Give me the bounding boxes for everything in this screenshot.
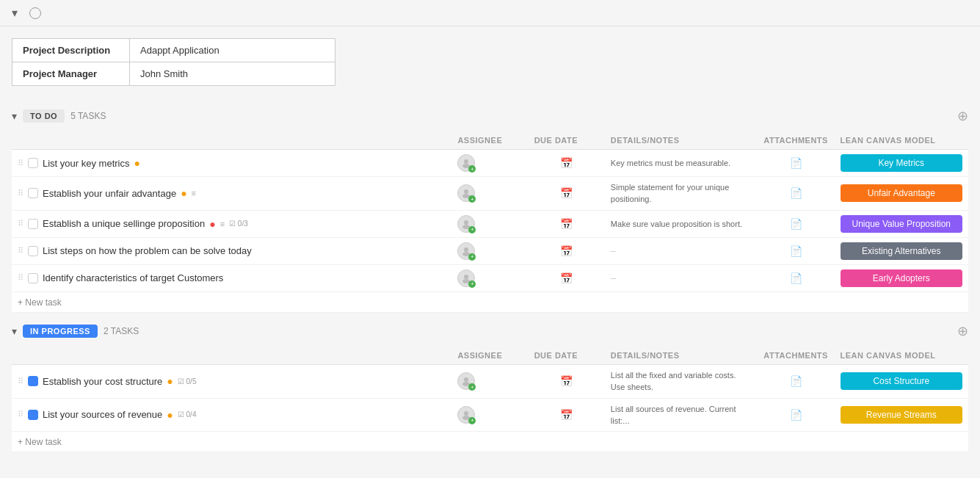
assignee-col-header: ASSIGNEE — [451, 131, 528, 150]
details-text: Make sure value proposition is short. — [611, 220, 742, 228]
task-checkbox[interactable] — [28, 410, 38, 420]
canvas-tag: Cost Structure — [841, 372, 962, 390]
attachments-cell[interactable]: 📄 — [758, 210, 834, 237]
tasks-table-todo: ASSIGNEEDUE DATEDETAILS/NOTESATTACHMENTS… — [12, 131, 968, 313]
task-checkbox[interactable] — [28, 219, 38, 229]
add-section-button-inprogress[interactable]: ⊕ — [957, 323, 968, 339]
drag-handle[interactable]: ⠿ — [18, 377, 23, 386]
due-date-cell[interactable]: 📅 — [529, 150, 605, 177]
assignee-cell[interactable]: + — [451, 264, 528, 291]
subtask-icon: ☑ 0/4 — [178, 410, 197, 419]
collapse-button[interactable]: ▾ — [12, 6, 18, 20]
due-date-cell[interactable]: 📅 — [529, 237, 605, 264]
attachments-cell[interactable]: 📄 — [758, 177, 834, 211]
task-checkbox[interactable] — [28, 246, 38, 256]
avatar[interactable]: + — [457, 242, 475, 260]
add-assignee-icon[interactable]: + — [468, 383, 476, 391]
add-assignee-icon[interactable]: + — [468, 195, 476, 203]
add-assignee-icon[interactable]: + — [468, 417, 476, 424]
top-bar-left: ▾ — [12, 6, 56, 20]
calendar-icon[interactable]: 📅 — [560, 245, 573, 257]
calendar-icon[interactable]: 📅 — [560, 187, 573, 199]
drag-handle[interactable]: ⠿ — [18, 219, 23, 228]
attachments-cell[interactable]: 📄 — [758, 150, 834, 177]
assignee-cell[interactable]: + — [451, 210, 528, 237]
due-date-cell[interactable]: 📅 — [529, 364, 605, 398]
new-task-row: + New task — [12, 432, 968, 452]
task-name: Identify characteristics of target Custo… — [43, 272, 223, 283]
details-text: – — [611, 245, 616, 256]
task-checkbox[interactable] — [28, 188, 38, 198]
attachments-cell[interactable]: 📄 — [758, 398, 834, 432]
attachments-cell[interactable]: 📄 — [758, 364, 834, 398]
drag-handle[interactable]: ⠿ — [18, 410, 23, 419]
drag-handle[interactable]: ⠿ — [18, 159, 23, 168]
assignee-cell[interactable]: + — [451, 150, 528, 177]
avatar[interactable]: + — [457, 269, 475, 287]
assignee-cell[interactable]: + — [451, 398, 528, 432]
calendar-icon[interactable]: 📅 — [560, 157, 573, 169]
section-toggle-inprogress[interactable]: ▾ — [12, 325, 17, 337]
calendar-icon[interactable]: 📅 — [560, 409, 573, 421]
section-toggle-todo[interactable]: ▾ — [12, 110, 17, 122]
assignee-cell[interactable]: + — [451, 364, 528, 398]
attachment-icon[interactable]: 📄 — [790, 375, 802, 387]
attachment-icon[interactable]: 📄 — [790, 409, 802, 421]
canvas-cell: Cost Structure — [835, 364, 968, 398]
attachment-icon[interactable]: 📄 — [790, 272, 802, 284]
new-task-button[interactable] — [47, 12, 56, 15]
due-date-cell[interactable]: 📅 — [529, 210, 605, 237]
avatar[interactable]: + — [457, 372, 475, 390]
section-header-todo: ▾ TO DO 5 TASKS ⊕ — [12, 104, 968, 128]
add-assignee-icon[interactable]: + — [468, 226, 476, 233]
calendar-icon[interactable]: 📅 — [560, 218, 573, 230]
details-cell: List all the fixed and variable costs. U… — [605, 364, 758, 398]
avatar[interactable]: + — [457, 154, 475, 172]
canvas-tag: Unique Value Proposition — [841, 215, 962, 233]
section-inprogress: ▾ IN PROGRESS 2 TASKS ⊕ ASSIGNEEDUE DATE… — [12, 319, 968, 453]
task-name: Establish a unique sellinge proposition — [43, 218, 205, 229]
drag-handle[interactable]: ⠿ — [18, 189, 23, 198]
drag-handle[interactable]: ⠿ — [18, 273, 23, 283]
info-icon[interactable] — [29, 7, 41, 19]
project-info-label: Project Manager — [12, 62, 130, 86]
avatar[interactable]: + — [457, 215, 475, 233]
due-date-cell[interactable]: 📅 — [529, 264, 605, 291]
task-checkbox[interactable] — [28, 376, 38, 386]
add-assignee-icon[interactable]: + — [468, 165, 476, 173]
table-row: ⠿ List steps on how the problem can be s… — [12, 237, 968, 264]
section-header-inprogress: ▾ IN PROGRESS 2 TASKS ⊕ — [12, 319, 968, 344]
avatar[interactable]: + — [457, 184, 475, 202]
details-cell: – — [605, 237, 758, 264]
calendar-icon[interactable]: 📅 — [560, 272, 573, 284]
attachments-cell[interactable]: 📄 — [758, 237, 834, 264]
attachment-icon[interactable]: 📄 — [790, 245, 802, 257]
canvas-cell: Early Adopters — [835, 264, 968, 291]
calendar-icon[interactable]: 📅 — [560, 375, 573, 387]
new-task-link[interactable]: + New task — [18, 437, 62, 447]
add-section-button-todo[interactable]: ⊕ — [957, 108, 968, 124]
attachment-icon[interactable]: 📄 — [790, 218, 802, 230]
drag-handle[interactable]: ⠿ — [18, 246, 23, 256]
list-icon: ≡ — [220, 220, 225, 228]
attachment-icon[interactable]: 📄 — [790, 157, 802, 169]
attach-col-header: ATTACHMENTS — [758, 131, 834, 150]
details-text: List all the fixed and variable costs. U… — [611, 371, 736, 391]
due-date-cell[interactable]: 📅 — [529, 177, 605, 211]
table-row: ⠿ List your key metrics ● +📅Key metrics … — [12, 150, 968, 177]
attachments-cell[interactable]: 📄 — [758, 264, 834, 291]
task-checkbox[interactable] — [28, 158, 38, 168]
avatar[interactable]: + — [457, 406, 475, 424]
priority-icon: ● — [209, 218, 215, 230]
new-task-link[interactable]: + New task — [18, 297, 62, 308]
attachment-icon[interactable]: 📄 — [790, 187, 802, 199]
sections-container: ▾ TO DO 5 TASKS ⊕ ASSIGNEEDUE DATEDETAIL… — [12, 104, 968, 452]
top-bar: ▾ — [0, 0, 980, 26]
assignee-cell[interactable]: + — [451, 177, 528, 211]
add-assignee-icon[interactable]: + — [468, 253, 476, 261]
due-date-cell[interactable]: 📅 — [529, 398, 605, 432]
new-task-row: + New task — [12, 291, 968, 312]
assignee-cell[interactable]: + — [451, 237, 528, 264]
task-checkbox[interactable] — [28, 273, 38, 283]
add-assignee-icon[interactable]: + — [468, 280, 476, 288]
